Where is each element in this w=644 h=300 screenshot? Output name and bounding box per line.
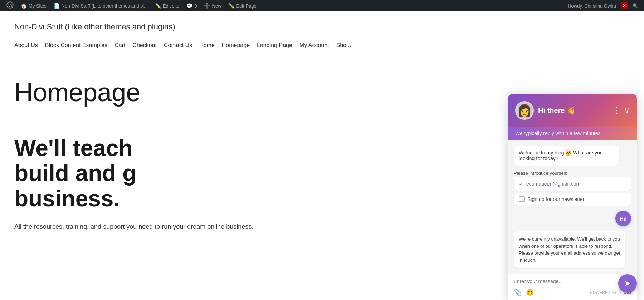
chat-welcome-message: Welcome to my blog 🥳 What are you lookin… — [514, 146, 619, 166]
wp-logo-button[interactable]: W — [3, 0, 17, 11]
nav-contact-us[interactable]: Contact Us — [164, 42, 199, 56]
nav-home[interactable]: Home — [199, 42, 222, 56]
chat-collapse-button[interactable]: ∨ — [624, 106, 630, 115]
chat-introduce-section: Please introduce yourself: ✓ ecomqueen@g… — [514, 169, 631, 206]
edit-site-button[interactable]: ✏️ Edit site — [151, 0, 183, 11]
nav-homepage[interactable]: Homepage — [222, 42, 257, 56]
edit-page-button[interactable]: ✏️ Edit Page — [225, 0, 260, 11]
comments-count: 0 — [194, 3, 197, 9]
hero-line3: business. — [14, 186, 120, 211]
chat-unavailable-message: We're currently unavailable. We'll get b… — [514, 231, 625, 254]
chat-widget: 👩 Hi there 👋 ⋮ ∨ We typically reply with… — [508, 94, 637, 254]
nav-shop[interactable]: Sho... — [336, 42, 358, 56]
user-avatar-button[interactable]: ✕ — [621, 2, 628, 9]
chat-email-value: ecomqueen@gmail.com — [526, 181, 580, 187]
chat-dots-button[interactable]: ⋮ — [613, 106, 620, 115]
nav-checkout[interactable]: Checkout — [132, 42, 164, 56]
site-header: Non-Divi Stuff (Like other themes and pl… — [0, 11, 644, 56]
search-button[interactable]: 🔍 — [630, 3, 641, 9]
new-button[interactable]: ➕ New — [200, 0, 225, 11]
site-title[interactable]: Non-Divi Stuff (Like other themes and pl… — [14, 22, 630, 31]
chat-header-actions: ⋮ ∨ — [613, 106, 630, 115]
site-name-label: Non-Divi Stuff (Like other themes and pl… — [62, 3, 148, 9]
main-navigation: About Us Block Content Examples Cart Che… — [14, 42, 630, 56]
nav-block-content[interactable]: Block Content Examples — [45, 42, 114, 56]
edit-site-icon: ✏️ — [155, 3, 161, 9]
site-name-button[interactable]: 📄 Non-Divi Stuff (Like other themes and … — [50, 0, 151, 11]
newsletter-label: Sign up for our newsletter — [527, 196, 585, 202]
site-icon: 📄 — [54, 3, 60, 9]
comments-icon: 💬 — [186, 3, 192, 9]
newsletter-checkbox[interactable] — [519, 196, 525, 202]
svg-text:W: W — [8, 3, 13, 8]
admin-bar-right: Howdy, Christina Gwira ✕ 🔍 — [565, 2, 641, 9]
page-title: Homepage — [14, 78, 379, 107]
new-label: New — [212, 3, 221, 9]
edit-page-icon: ✏️ — [228, 3, 234, 9]
my-sites-button[interactable]: 🏠 My Sites — [17, 0, 50, 11]
nav-about-us[interactable]: About Us — [14, 42, 45, 56]
hero-line2: build and g — [14, 160, 136, 186]
hero-line1: We'll teach — [14, 135, 133, 161]
nav-my-account[interactable]: My Account — [299, 42, 336, 56]
new-icon: ➕ — [204, 3, 210, 9]
main-content: Homepage We'll teach build and g busines… — [0, 56, 394, 254]
hi-bubble: Hi! — [615, 211, 631, 226]
howdy-text: Howdy, Christina Gwira — [565, 3, 619, 9]
nav-landing-page[interactable]: Landing Page — [257, 42, 299, 56]
chat-header: 👩 Hi there 👋 ⋮ ∨ — [508, 94, 637, 127]
my-sites-icon: 🏠 — [21, 3, 27, 9]
avatar-emoji: 👩 — [517, 104, 532, 117]
admin-bar: W 🏠 My Sites 📄 Non-Divi Stuff (Like othe… — [0, 0, 644, 11]
chat-newsletter-row[interactable]: Sign up for our newsletter — [514, 193, 631, 206]
chat-email-row[interactable]: ✓ ecomqueen@gmail.com — [514, 177, 631, 191]
edit-site-label: Edit site — [163, 3, 179, 9]
my-sites-label: My Sites — [29, 3, 47, 9]
hi-bubble-wrapper: Hi! — [514, 211, 631, 226]
chat-introduce-label: Please introduce yourself: — [514, 169, 631, 177]
nav-cart[interactable]: Cart — [114, 42, 132, 56]
edit-page-label: Edit Page — [236, 3, 256, 9]
comments-button[interactable]: 💬 0 — [183, 0, 200, 11]
chat-greeting: Hi there 👋 — [538, 106, 608, 115]
chat-body: Welcome to my blog 🥳 What are you lookin… — [508, 140, 637, 254]
hero-text: We'll teach build and g business. — [14, 136, 379, 211]
hero-subtext: All the resources, training, and support… — [14, 222, 379, 232]
search-icon: 🔍 — [633, 3, 638, 9]
wp-icon: W — [6, 1, 14, 10]
chat-status-text: We typically reply within a few minutes. — [515, 131, 602, 136]
chat-avatar: 👩 — [515, 101, 534, 120]
chat-status-bar: We typically reply within a few minutes. — [508, 127, 637, 140]
user-x-icon: ✕ — [623, 3, 626, 8]
check-icon: ✓ — [519, 180, 523, 187]
